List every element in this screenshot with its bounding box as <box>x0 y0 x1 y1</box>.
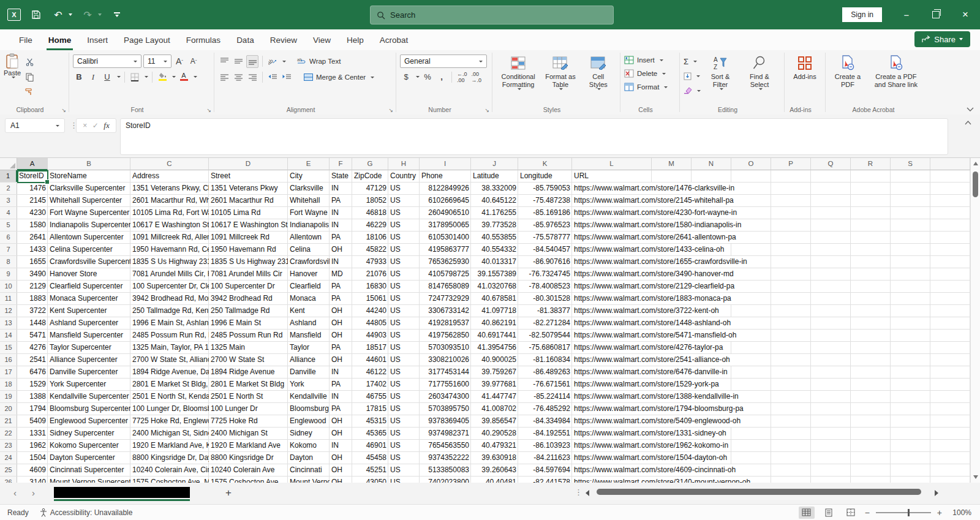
zoom-slider[interactable] <box>876 512 931 513</box>
cell[interactable]: US <box>388 207 420 219</box>
cell[interactable]: IN <box>330 366 352 378</box>
cell[interactable]: https://www.walmart.com/store/1883-monac… <box>572 293 734 304</box>
cell[interactable]: Hanover Store <box>48 268 130 280</box>
cell[interactable]: 4192819537 <box>420 317 471 329</box>
cell[interactable]: Kokomo Supercenter <box>48 440 130 451</box>
accessibility-status[interactable]: Accessibility: Unavailable <box>40 508 133 517</box>
cell[interactable]: Englewood Supercenter <box>48 415 130 427</box>
increase-decimal-icon[interactable]: ←.0.00 <box>456 70 469 83</box>
cell[interactable]: https://www.walmart.com/store/1331-sidne… <box>572 428 729 439</box>
create-pdf-share-button[interactable]: Create a PDF and Share link <box>866 53 926 105</box>
cell[interactable]: 7725 Hoke Rd <box>209 415 288 427</box>
addins-button[interactable]: Add-ins <box>784 53 826 83</box>
delete-cells-button[interactable]: Delete <box>624 67 676 80</box>
clipboard-dialog-launcher-icon[interactable]: ↘ <box>61 107 66 113</box>
row-header-23[interactable]: 23 <box>0 440 17 451</box>
cell[interactable]: 1575 Coshocton Ave <box>209 477 288 483</box>
cell[interactable]: 46901 <box>352 440 388 451</box>
column-header-R[interactable]: R <box>851 158 891 170</box>
cell[interactable]: Englewood <box>288 415 330 427</box>
new-sheet-button[interactable]: + <box>222 486 235 500</box>
align-left-icon[interactable] <box>218 71 230 84</box>
increase-font-icon[interactable]: Aˆ <box>173 55 186 68</box>
cell[interactable]: https://www.walmart.com/store/3490-hanov… <box>572 268 736 280</box>
cell[interactable]: https://www.walmart.com/store/5471-mansf… <box>572 330 739 341</box>
row-header-4[interactable]: 4 <box>0 207 17 219</box>
cell[interactable]: 7725 Hoke Rd, Englewood, OH <box>130 415 209 427</box>
cell[interactable]: -85.224114 <box>518 391 572 402</box>
cell[interactable]: -84.211623 <box>518 452 572 464</box>
row-header-7[interactable]: 7 <box>0 244 17 255</box>
fill-color-icon[interactable] <box>156 70 168 83</box>
cell[interactable]: 10105 Lima Rd, Fort Wayne, IN <box>130 207 209 219</box>
cell[interactable]: https://www.walmart.com/store/2145-white… <box>572 195 736 206</box>
row-header-12[interactable]: 12 <box>0 305 17 317</box>
cell[interactable]: -86.907616 <box>518 256 572 268</box>
cell[interactable]: Crawfordsville <box>288 256 330 268</box>
cell[interactable]: https://www.walmart.com/store/1529-york-… <box>572 379 722 390</box>
cell[interactable]: https://www.walmart.com/store/4276-taylo… <box>572 342 725 353</box>
cell[interactable]: https://www.walmart.com/store/1476-clark… <box>572 183 737 194</box>
cell[interactable]: US <box>388 379 420 390</box>
cell[interactable]: US <box>388 452 420 464</box>
cell[interactable]: Hanover <box>288 268 330 280</box>
cell[interactable]: 10240 Colerain Ave <box>209 464 288 476</box>
cell[interactable]: -84.192551 <box>518 428 572 439</box>
cell[interactable]: US <box>388 477 420 483</box>
cell[interactable]: 1433 <box>17 244 48 255</box>
cell[interactable]: -75.6860817 <box>518 342 572 353</box>
cell[interactable]: US <box>388 281 420 292</box>
tab-file[interactable]: File <box>11 29 40 50</box>
cell[interactable]: Monaca Supercenter <box>48 293 130 304</box>
cell[interactable]: 1351 Veterans Pkwy <box>209 183 288 194</box>
underline-dropdown-icon[interactable] <box>117 76 121 78</box>
cell[interactable]: StoreID <box>17 170 48 182</box>
cell[interactable]: US <box>388 195 420 206</box>
restore-button[interactable] <box>921 0 951 29</box>
cell[interactable]: 40.479321 <box>471 440 518 451</box>
name-box[interactable]: A1 <box>5 118 65 133</box>
cell[interactable]: 2700 W State St, Alliance, OH <box>130 354 209 366</box>
redo-dropdown-icon[interactable] <box>98 13 102 16</box>
cell[interactable]: 10617 E Washington St, Indianapolis <box>130 219 209 231</box>
cell[interactable]: OH <box>330 330 352 341</box>
cell[interactable]: https://www.walmart.com/store/1655-crawf… <box>572 256 750 268</box>
cell[interactable]: 39.773528 <box>471 219 518 231</box>
cell[interactable]: 3178950065 <box>420 219 471 231</box>
accounting-format-icon[interactable]: $ <box>400 70 412 83</box>
cell[interactable]: https://www.walmart.com/store/2641-allen… <box>572 232 739 243</box>
cell[interactable]: 39.1557389 <box>471 268 518 280</box>
cell[interactable]: 1962 <box>17 440 48 451</box>
cell[interactable]: 6102669645 <box>420 195 471 206</box>
cell[interactable]: IN <box>330 219 352 231</box>
sort-filter-button[interactable]: AZ Sort & Filter <box>701 53 740 105</box>
cell[interactable]: 40.013317 <box>471 256 518 268</box>
cell[interactable]: US <box>388 366 420 378</box>
cell[interactable]: 2801 E Market St Bldg <box>209 379 288 390</box>
cell[interactable]: OH <box>330 305 352 317</box>
cell[interactable]: Bloomsburg <box>288 403 330 415</box>
cell[interactable]: Mansfield <box>288 330 330 341</box>
merge-center-button[interactable]: Merge & Center <box>304 70 374 84</box>
cell[interactable]: 2400 Michigan St <box>209 428 288 439</box>
cell[interactable]: 3942 Brodhead Rd, Monaca, PA <box>130 293 209 304</box>
column-header-K[interactable]: K <box>518 158 572 170</box>
cell[interactable]: 2801 E Market St Bldg, York, PA <box>130 379 209 390</box>
row-header-18[interactable]: 18 <box>0 379 17 390</box>
cell[interactable]: Ashland Supercenter <box>48 317 130 329</box>
customize-qat-icon[interactable] <box>110 8 124 21</box>
align-right-icon[interactable] <box>246 71 258 84</box>
cell[interactable]: Kendallville <box>288 391 330 402</box>
increase-indent-icon[interactable] <box>281 71 293 84</box>
cell[interactable]: OH <box>330 317 352 329</box>
cell[interactable]: 7177551600 <box>420 379 471 390</box>
cell[interactable]: https://www.walmart.com/store/1962-kokom… <box>572 440 731 451</box>
column-header-D[interactable]: D <box>209 158 288 170</box>
cell[interactable]: 41.097718 <box>471 305 518 317</box>
cell[interactable]: Bloomsburg Supercenter <box>48 403 130 415</box>
cell[interactable]: US <box>388 219 420 231</box>
cell[interactable]: OH <box>330 464 352 476</box>
cell[interactable]: MD <box>330 268 352 280</box>
cell[interactable]: 39.759267 <box>471 366 518 378</box>
sheet-next-icon[interactable]: › <box>32 488 35 498</box>
